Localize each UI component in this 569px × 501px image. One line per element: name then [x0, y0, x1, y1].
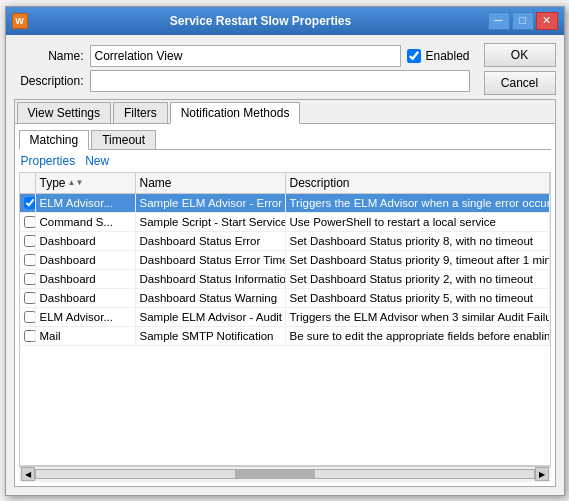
row-description: Use PowerShell to restart a local servic… — [286, 213, 550, 231]
row-checkbox[interactable] — [24, 254, 36, 266]
row-description: Be sure to edit the appropriate fields b… — [286, 327, 550, 345]
row-name: Sample Script - Start Service ... — [136, 213, 286, 231]
row-name: Sample ELM Advisor - Error N... — [136, 194, 286, 212]
row-type: Dashboard — [36, 270, 136, 288]
row-description: Triggers the ELM Advisor when 3 similar … — [286, 308, 550, 326]
description-label: Description: — [14, 74, 84, 88]
cancel-button[interactable]: Cancel — [484, 71, 556, 95]
row-name: Dashboard Status Error Timeout — [136, 251, 286, 269]
properties-link[interactable]: Properties — [21, 154, 76, 168]
col-check — [20, 173, 36, 193]
row-name: Sample ELM Advisor - Audit F... — [136, 308, 286, 326]
description-input[interactable] — [90, 70, 470, 92]
row-description: Set Dashboard Status priority 5, with no… — [286, 289, 550, 307]
table-row[interactable]: ELM Advisor...Sample ELM Advisor - Error… — [20, 194, 550, 213]
row-type: Mail — [36, 327, 136, 345]
new-link[interactable]: New — [85, 154, 109, 168]
row-name: Dashboard Status Information — [136, 270, 286, 288]
enabled-checkbox[interactable] — [407, 49, 421, 63]
name-field-row: Name: Enabled — [14, 45, 470, 67]
row-type: Dashboard — [36, 289, 136, 307]
enabled-label: Enabled — [425, 49, 469, 63]
scrollbar-area: ◀ ▶ — [19, 466, 551, 482]
name-row: Name: Enabled Description: OK Cancel — [14, 43, 556, 95]
scrollbar-thumb — [235, 470, 315, 478]
sort-icon: ▲▼ — [68, 178, 84, 187]
close-button[interactable]: ✕ — [536, 12, 558, 30]
minimize-button[interactable]: ─ — [488, 12, 510, 30]
row-description: Triggers the ELM Advisor when a single e… — [286, 194, 550, 212]
row-checkbox-cell — [20, 327, 36, 345]
table-row[interactable]: Command S...Sample Script - Start Servic… — [20, 213, 550, 232]
outer-tab-strip: View Settings Filters Notification Metho… — [15, 100, 555, 124]
table-row[interactable]: DashboardDashboard Status InformationSet… — [20, 270, 550, 289]
h-scrollbar[interactable] — [35, 469, 535, 479]
row-type: Command S... — [36, 213, 136, 231]
name-input[interactable] — [90, 45, 402, 67]
row-checkbox-cell — [20, 308, 36, 326]
ok-button[interactable]: OK — [484, 43, 556, 67]
row-checkbox[interactable] — [24, 311, 36, 323]
inner-tab-timeout[interactable]: Timeout — [91, 130, 156, 149]
col-description: Description — [286, 173, 550, 193]
table-row[interactable]: DashboardDashboard Status WarningSet Das… — [20, 289, 550, 308]
row-checkbox[interactable] — [24, 216, 36, 228]
inner-tab-strip: Matching Timeout — [19, 128, 551, 150]
row-checkbox[interactable] — [24, 330, 36, 342]
right-buttons: OK Cancel — [484, 43, 556, 95]
col-name: Name — [136, 173, 286, 193]
row-checkbox[interactable] — [24, 197, 36, 209]
tab-filters[interactable]: Filters — [113, 102, 168, 123]
window-icon: W — [12, 13, 28, 29]
table-body: ELM Advisor...Sample ELM Advisor - Error… — [20, 194, 550, 465]
tab-notification-methods[interactable]: Notification Methods — [170, 102, 301, 124]
table-row[interactable]: MailSample SMTP NotificationBe sure to e… — [20, 327, 550, 346]
links-row: Properties New — [19, 154, 551, 168]
title-bar: W Service Restart Slow Properties ─ □ ✕ — [6, 7, 564, 35]
row-type: Dashboard — [36, 232, 136, 250]
maximize-button[interactable]: □ — [512, 12, 534, 30]
row-type: ELM Advisor... — [36, 194, 136, 212]
row-name: Sample SMTP Notification — [136, 327, 286, 345]
description-field-row: Description: — [14, 70, 470, 92]
row-checkbox-cell — [20, 251, 36, 269]
table-row[interactable]: DashboardDashboard Status ErrorSet Dashb… — [20, 232, 550, 251]
row-checkbox[interactable] — [24, 292, 36, 304]
table-row[interactable]: ELM Advisor...Sample ELM Advisor - Audit… — [20, 308, 550, 327]
row-description: Set Dashboard Status priority 9, timeout… — [286, 251, 550, 269]
row-type: ELM Advisor... — [36, 308, 136, 326]
inner-tab-matching[interactable]: Matching — [19, 130, 90, 150]
row-checkbox-cell — [20, 213, 36, 231]
notification-methods-panel: Matching Timeout Properties New Type ▲▼ — [15, 124, 555, 486]
scroll-right-button[interactable]: ▶ — [535, 467, 549, 481]
tab-view-settings[interactable]: View Settings — [17, 102, 112, 123]
col-type: Type ▲▼ — [36, 173, 136, 193]
title-bar-controls: ─ □ ✕ — [488, 12, 558, 30]
content-area: Name: Enabled Description: OK Cancel — [6, 35, 564, 495]
row-checkbox[interactable] — [24, 235, 36, 247]
row-checkbox-cell — [20, 289, 36, 307]
row-description: Set Dashboard Status priority 2, with no… — [286, 270, 550, 288]
notification-table: Type ▲▼ Name Description ELM Advisor...S… — [19, 172, 551, 466]
row-checkbox-cell — [20, 194, 36, 212]
name-label: Name: — [14, 49, 84, 63]
row-checkbox-cell — [20, 232, 36, 250]
row-checkbox[interactable] — [24, 273, 36, 285]
row-name: Dashboard Status Error — [136, 232, 286, 250]
enabled-row: Enabled — [407, 49, 469, 63]
window-title: Service Restart Slow Properties — [34, 14, 488, 28]
main-window: W Service Restart Slow Properties ─ □ ✕ … — [5, 6, 565, 496]
outer-tab-panel: View Settings Filters Notification Metho… — [14, 99, 556, 487]
row-name: Dashboard Status Warning — [136, 289, 286, 307]
row-type: Dashboard — [36, 251, 136, 269]
row-description: Set Dashboard Status priority 8, with no… — [286, 232, 550, 250]
row-checkbox-cell — [20, 270, 36, 288]
scroll-left-button[interactable]: ◀ — [21, 467, 35, 481]
table-row[interactable]: DashboardDashboard Status Error TimeoutS… — [20, 251, 550, 270]
table-header: Type ▲▼ Name Description — [20, 173, 550, 194]
